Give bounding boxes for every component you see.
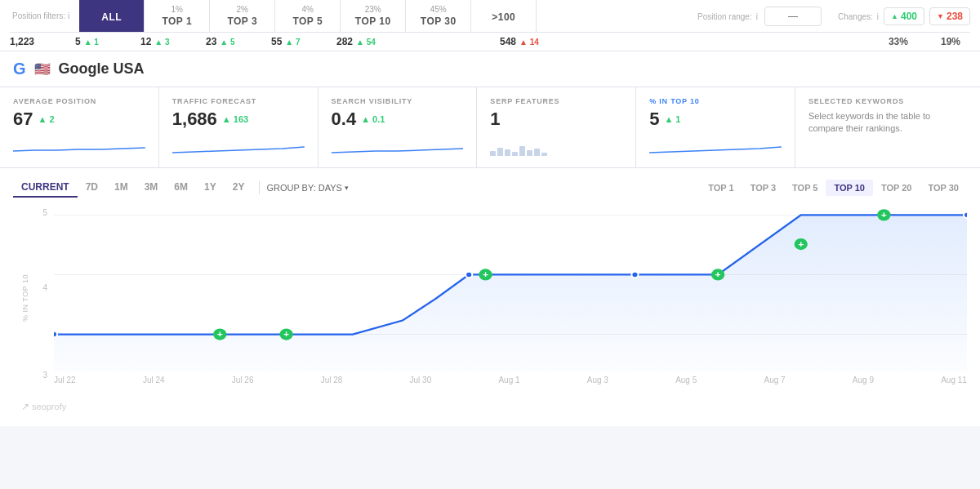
changes-info-icon: i bbox=[877, 12, 879, 21]
metric-pct-top10-chart bbox=[649, 133, 782, 158]
time-tab-1m[interactable]: 1M bbox=[106, 178, 136, 198]
filter-tab-top30[interactable]: 45% TOP 30 bbox=[406, 0, 471, 32]
time-tab-1y[interactable]: 1Y bbox=[196, 178, 225, 198]
svg-text:+: + bbox=[715, 270, 721, 279]
x-axis: Jul 22 Jul 24 Jul 26 Jul 28 Jul 30 Aug 1… bbox=[54, 376, 967, 385]
metric-serp: SERP FEATURES 1 bbox=[477, 87, 636, 167]
time-tab-2y[interactable]: 2Y bbox=[225, 178, 253, 198]
time-tab-current[interactable]: CURRENT bbox=[13, 178, 78, 198]
x-label-aug5: Aug 5 bbox=[675, 376, 697, 385]
x-label-jul24: Jul 24 bbox=[143, 376, 165, 385]
svg-text:+: + bbox=[881, 211, 887, 220]
right-position-tabs: TOP 1 TOP 3 TOP 5 TOP 10 TOP 20 TOP 30 bbox=[700, 180, 967, 196]
metric-traffic-label: TRAFFIC FORECAST bbox=[172, 97, 305, 105]
filter-tab-top3[interactable]: 2% TOP 3 bbox=[210, 0, 275, 32]
time-tab-6m[interactable]: 6M bbox=[166, 178, 196, 198]
metric-pct-top10-label: % IN TOP 10 bbox=[649, 97, 782, 105]
metric-visibility-value: 0.4 ▲ 0.1 bbox=[332, 109, 464, 130]
svg-point-5 bbox=[631, 272, 638, 278]
google-header: G 🇺🇸 Google USA bbox=[0, 51, 980, 87]
metric-traffic-delta: ▲ 163 bbox=[222, 114, 248, 124]
right-tab-top1[interactable]: TOP 1 bbox=[700, 180, 742, 196]
time-tab-3m[interactable]: 3M bbox=[136, 178, 167, 198]
change-down-badge[interactable]: ▼ 238 bbox=[929, 7, 970, 25]
seoprofy-arrow-icon: ↗ bbox=[21, 401, 29, 412]
svg-text:+: + bbox=[283, 330, 289, 339]
metric-serp-chart bbox=[490, 133, 622, 158]
seoprofy-logo: ↗ seoprofy bbox=[21, 401, 66, 412]
changes-label: Changes: i bbox=[838, 11, 879, 21]
svg-point-3 bbox=[54, 331, 57, 337]
filter-label: Position filters: i bbox=[10, 0, 79, 32]
y-label-3: 3 bbox=[42, 371, 47, 380]
count-gt100: 548 ▲ 14 bbox=[500, 36, 565, 47]
metric-visibility: SEARCH VISIBILITY 0.4 ▲ 0.1 bbox=[318, 87, 478, 167]
chart-section: CURRENT 7D 1M 3M 6M 1Y 2Y GROUP BY: DAYS… bbox=[0, 168, 980, 426]
filter-tabs-row: Position filters: i ALL 1% TOP 1 2% TOP … bbox=[10, 0, 970, 33]
count-top10: 55 ▲ 7 bbox=[271, 36, 336, 47]
metric-selected-keywords-desc: Select keywords in the table to compare … bbox=[808, 110, 967, 136]
count-all: 1,223 bbox=[10, 36, 75, 47]
google-icon: G bbox=[13, 60, 26, 78]
metric-visibility-label: SEARCH VISIBILITY bbox=[332, 97, 464, 105]
y-label-5: 5 bbox=[42, 208, 47, 217]
main-chart: 5 4 3 % IN TOP 10 bbox=[13, 204, 967, 416]
group-by-selector[interactable]: GROUP BY: DAYS ▾ bbox=[266, 183, 349, 193]
chart-inner: + + + + + + Jul 22 Jul 24 bbox=[54, 204, 967, 392]
x-label-aug3: Aug 3 bbox=[587, 376, 608, 385]
svg-text:+: + bbox=[483, 270, 488, 279]
y-axis-title-container: % IN TOP 10 bbox=[17, 204, 33, 392]
filter-tab-top10[interactable]: 23% TOP 10 bbox=[341, 0, 406, 32]
chart-controls: CURRENT 7D 1M 3M 6M 1Y 2Y GROUP BY: DAYS… bbox=[13, 178, 967, 198]
right-filters: Position range: i Changes: i ▲ 400 ▼ 238 bbox=[688, 0, 970, 32]
metric-pct-top10-delta: ▲ 1 bbox=[664, 114, 680, 124]
right-tab-top3[interactable]: TOP 3 bbox=[742, 180, 784, 196]
metrics-row: AVERAGE POSITION 67 ▲ 2 TRAFFIC FORECAST… bbox=[0, 87, 980, 168]
metric-avg-position-chart bbox=[13, 133, 145, 158]
metric-pct-top10-value: 5 ▲ 1 bbox=[649, 109, 782, 130]
right-tab-top20[interactable]: TOP 20 bbox=[873, 180, 920, 196]
svg-text:+: + bbox=[798, 239, 804, 248]
delta-top3: ▲ 3 bbox=[154, 38, 169, 47]
metric-serp-value: 1 bbox=[490, 109, 622, 130]
delta-gt100: ▲ 14 bbox=[519, 38, 539, 47]
filter-tab-top1[interactable]: 1% TOP 1 bbox=[145, 0, 210, 32]
metric-visibility-chart bbox=[332, 133, 464, 158]
metric-avg-position: AVERAGE POSITION 67 ▲ 2 bbox=[0, 87, 159, 167]
filter-tab-all[interactable]: ALL bbox=[79, 0, 145, 32]
arrow-up-icon: ▲ bbox=[891, 12, 898, 20]
delta-top30: ▲ 54 bbox=[356, 38, 376, 47]
position-filter-tabs: ALL 1% TOP 1 2% TOP 3 4% TOP 5 23% TOP 1… bbox=[79, 0, 688, 32]
arrow-down-icon: ▼ bbox=[937, 12, 944, 20]
x-label-jul22: Jul 22 bbox=[54, 376, 76, 385]
right-tab-top30[interactable]: TOP 30 bbox=[920, 180, 967, 196]
metric-serp-label: SERP FEATURES bbox=[490, 97, 622, 105]
count-top5: 23 ▲ 5 bbox=[206, 36, 271, 47]
right-tab-top10[interactable]: TOP 10 bbox=[826, 180, 873, 196]
range-info-icon: i bbox=[756, 12, 758, 21]
right-tab-top5[interactable]: TOP 5 bbox=[784, 180, 826, 196]
y-label-4: 4 bbox=[42, 283, 47, 292]
x-label-jul30: Jul 30 bbox=[410, 376, 432, 385]
filter-tab-top5[interactable]: 4% TOP 5 bbox=[275, 0, 341, 32]
chevron-down-icon: ▾ bbox=[345, 184, 349, 192]
svg-text:+: + bbox=[217, 330, 223, 339]
filter-bar: Position filters: i ALL 1% TOP 1 2% TOP … bbox=[0, 0, 980, 51]
counts-row: 1,223 5 ▲ 1 12 ▲ 3 23 ▲ 5 55 ▲ 7 282 ▲ 5… bbox=[10, 33, 970, 51]
flag-icon: 🇺🇸 bbox=[34, 61, 51, 77]
divider bbox=[259, 181, 260, 194]
time-tab-7d[interactable]: 7D bbox=[78, 178, 106, 198]
metric-traffic: TRAFFIC FORECAST 1,686 ▲ 163 bbox=[159, 87, 318, 167]
count-top30: 282 ▲ 54 bbox=[336, 36, 500, 47]
metric-avg-position-value: 67 ▲ 2 bbox=[13, 109, 145, 130]
delta-top10: ▲ 7 bbox=[285, 38, 300, 47]
y-axis-label: % IN TOP 10 bbox=[21, 274, 29, 322]
metric-selected-keywords: SELECTED KEYWORDS Select keywords in the… bbox=[795, 87, 980, 167]
filter-tab-gt100[interactable]: >100 bbox=[471, 0, 537, 32]
x-label-aug11: Aug 11 bbox=[941, 376, 967, 385]
change-up-badge[interactable]: ▲ 400 bbox=[884, 7, 924, 25]
x-label-jul28: Jul 28 bbox=[321, 376, 343, 385]
x-label-aug9: Aug 9 bbox=[853, 376, 874, 385]
position-range-input[interactable] bbox=[764, 7, 822, 26]
changes-section: Changes: i ▲ 400 ▼ 238 bbox=[828, 7, 970, 25]
